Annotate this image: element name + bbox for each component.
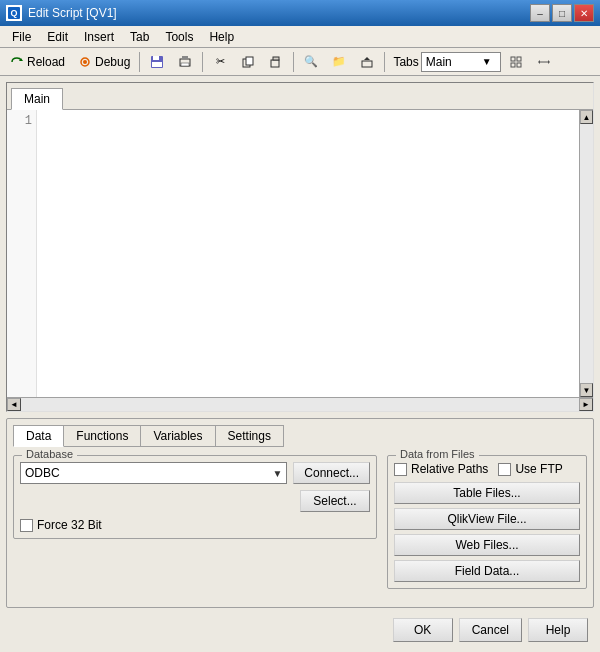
cut-icon: ✂ <box>212 54 228 70</box>
scrollbar-track <box>580 124 593 383</box>
debug-button[interactable]: Debug <box>72 51 135 73</box>
menu-help[interactable]: Help <box>201 28 242 46</box>
relative-paths-checkbox[interactable] <box>394 463 407 476</box>
scrollbar-left-button[interactable]: ◄ <box>7 398 21 411</box>
print-button[interactable] <box>172 51 198 73</box>
database-label: Database <box>22 448 77 460</box>
save-icon <box>149 54 165 70</box>
debug-label: Debug <box>95 55 130 69</box>
qlikview-file-button[interactable]: QlikView File... <box>394 508 580 530</box>
reload-label: Reload <box>27 55 65 69</box>
app-icon: Q <box>6 5 22 21</box>
scrollbar-down-button[interactable]: ▼ <box>580 383 593 397</box>
main-content: Main 1 ▲ ▼ ◄ ► Data Functions Variables … <box>0 76 600 652</box>
svg-rect-7 <box>152 62 162 67</box>
export-icon <box>359 54 375 70</box>
tab-variables[interactable]: Variables <box>140 425 215 447</box>
vertical-scrollbar[interactable]: ▲ ▼ <box>579 110 593 397</box>
editor-tabs: Main <box>7 83 593 110</box>
menu-tab[interactable]: Tab <box>122 28 157 46</box>
use-ftp-checkbox[interactable] <box>498 463 511 476</box>
data-files-buttons: Table Files... QlikView File... Web File… <box>394 482 580 582</box>
close-button[interactable]: ✕ <box>574 4 594 22</box>
arrows-icon <box>536 54 552 70</box>
svg-point-4 <box>83 60 87 64</box>
data-files-section: Data from Files Relative Paths Use FTP T… <box>387 455 587 593</box>
tabs-label: Tabs <box>393 55 418 69</box>
reload-icon <box>9 54 25 70</box>
svg-rect-18 <box>517 57 521 61</box>
menu-insert[interactable]: Insert <box>76 28 122 46</box>
svg-rect-20 <box>517 63 521 67</box>
grid-icon <box>508 54 524 70</box>
svg-marker-23 <box>538 60 540 64</box>
connect-button[interactable]: Connect... <box>293 462 370 484</box>
dropdown-arrow-icon: ▼ <box>482 56 492 67</box>
paste-icon <box>268 54 284 70</box>
menu-file[interactable]: File <box>4 28 39 46</box>
tabs-value: Main <box>426 55 452 69</box>
reload-button[interactable]: Reload <box>4 51 70 73</box>
tab-settings[interactable]: Settings <box>215 425 284 447</box>
svg-rect-10 <box>181 63 189 66</box>
database-dropdown[interactable]: ODBC ▼ <box>20 462 287 484</box>
folder-icon: 📁 <box>331 54 347 70</box>
tab-functions[interactable]: Functions <box>63 425 141 447</box>
svg-rect-6 <box>153 56 159 60</box>
window-title: Edit Script [QV1] <box>28 6 117 20</box>
menu-tools[interactable]: Tools <box>157 28 201 46</box>
force32bit-row: Force 32 Bit <box>20 518 370 532</box>
print-icon <box>177 54 193 70</box>
ok-button[interactable]: OK <box>393 618 453 642</box>
title-bar: Q Edit Script [QV1] – □ ✕ <box>0 0 600 26</box>
editor-tab-main[interactable]: Main <box>11 88 63 110</box>
footer: OK Cancel Help <box>6 614 594 646</box>
database-select-row: ODBC ▼ Connect... <box>20 462 370 484</box>
tab-data[interactable]: Data <box>13 425 64 447</box>
table-files-button[interactable]: Table Files... <box>394 482 580 504</box>
toolbar: Reload Debug <box>0 48 600 76</box>
use-ftp-label: Use FTP <box>515 462 562 476</box>
open-button[interactable]: 📁 <box>326 51 352 73</box>
menu-edit[interactable]: Edit <box>39 28 76 46</box>
svg-rect-19 <box>511 63 515 67</box>
minimize-button[interactable]: – <box>530 4 550 22</box>
database-group: Database ODBC ▼ Connect... Select... <box>13 455 377 539</box>
dropdown-arrow-icon: ▼ <box>272 468 282 479</box>
web-files-button[interactable]: Web Files... <box>394 534 580 556</box>
tabs-dropdown[interactable]: Main ▼ <box>421 52 501 72</box>
cut-button[interactable]: ✂ <box>207 51 233 73</box>
relative-paths-row: Relative Paths <box>394 462 488 476</box>
field-data-button[interactable]: Field Data... <box>394 560 580 582</box>
save-button[interactable] <box>144 51 170 73</box>
export-button[interactable] <box>354 51 380 73</box>
data-files-label: Data from Files <box>396 448 479 460</box>
svg-rect-15 <box>362 61 372 67</box>
bottom-tabs: Data Functions Variables Settings <box>13 425 587 447</box>
copy-button[interactable] <box>235 51 261 73</box>
force32bit-label: Force 32 Bit <box>37 518 102 532</box>
menu-bar: File Edit Insert Tab Tools Help <box>0 26 600 48</box>
separator-1 <box>139 52 140 72</box>
separator-3 <box>293 52 294 72</box>
scrollbar-up-button[interactable]: ▲ <box>580 110 593 124</box>
help-button[interactable]: Help <box>528 618 588 642</box>
search-button[interactable]: 🔍 <box>298 51 324 73</box>
horizontal-scrollbar[interactable]: ◄ ► <box>7 397 593 411</box>
debug-icon <box>77 54 93 70</box>
window-controls: – □ ✕ <box>530 4 594 22</box>
paste-button[interactable] <box>263 51 289 73</box>
maximize-button[interactable]: □ <box>552 4 572 22</box>
select-button[interactable]: Select... <box>300 490 370 512</box>
cancel-button[interactable]: Cancel <box>459 618 522 642</box>
settings1-button[interactable] <box>503 51 529 73</box>
force32bit-checkbox[interactable] <box>20 519 33 532</box>
select-row: Select... <box>20 490 370 512</box>
separator-4 <box>384 52 385 72</box>
settings2-button[interactable] <box>531 51 557 73</box>
data-files-group: Data from Files Relative Paths Use FTP T… <box>387 455 587 589</box>
data-files-checkboxes: Relative Paths Use FTP <box>394 462 580 476</box>
editor-textarea[interactable] <box>37 110 579 397</box>
scrollbar-right-button[interactable]: ► <box>579 398 593 411</box>
use-ftp-row: Use FTP <box>498 462 562 476</box>
